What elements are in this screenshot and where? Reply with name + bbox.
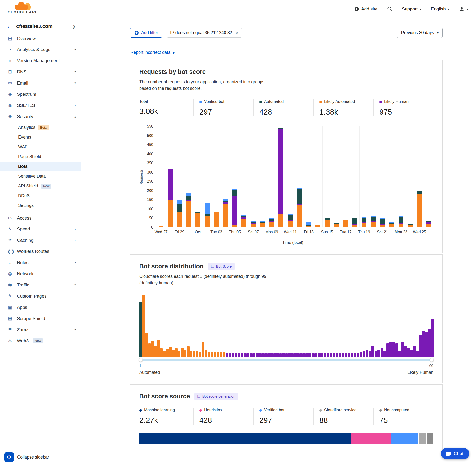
hist-bar-score-65[interactable] — [330, 353, 332, 357]
stat-label[interactable]: Cloudflare service — [324, 408, 357, 413]
hist-bar-score-82[interactable] — [381, 348, 383, 357]
sidebar-item-version-management[interactable]: ⋔Version Management — [0, 55, 81, 66]
report-incorrect-data-link[interactable]: Report incorrect data ▶ — [130, 50, 175, 55]
cloudflare-logo[interactable]: CLOUDFLARE — [8, 4, 38, 14]
source-segment-not-computed[interactable] — [426, 433, 433, 444]
hist-bar-score-91[interactable] — [407, 348, 410, 357]
hist-bar-score-10[interactable] — [166, 349, 169, 357]
hist-bar-score-15[interactable] — [181, 348, 184, 357]
hist-bar-score-43[interactable] — [264, 353, 267, 357]
chart-bar-thu-28[interactable] — [166, 127, 175, 227]
hist-bar-score-13[interactable] — [175, 348, 178, 357]
stat-label[interactable]: Verified bot — [264, 408, 284, 413]
hist-bar-score-96[interactable] — [422, 331, 425, 357]
hist-bar-score-12[interactable] — [172, 350, 175, 357]
hist-bar-score-8[interactable] — [160, 348, 163, 357]
support-menu[interactable]: Support ▾ — [402, 6, 422, 12]
hist-bar-score-39[interactable] — [252, 353, 255, 357]
hist-bar-score-71[interactable] — [348, 353, 350, 357]
chart-bar-fri-06[interactable] — [239, 127, 248, 227]
chart-bar-tue-24[interactable] — [405, 127, 414, 227]
hist-bar-score-53[interactable] — [294, 353, 297, 357]
sidebar-item-overview[interactable]: ▤Overview — [0, 33, 81, 44]
time-range-select[interactable]: Previous 30 days ▾ — [397, 28, 443, 38]
hist-bar-score-56[interactable] — [303, 353, 306, 357]
hist-bar-score-58[interactable] — [309, 353, 312, 357]
hist-bar-score-61[interactable] — [318, 353, 320, 357]
hist-bar-score-33[interactable] — [234, 353, 237, 357]
hist-bar-score-44[interactable] — [267, 353, 270, 357]
hist-bar-score-87[interactable] — [395, 343, 398, 357]
slider-handle-min[interactable] — [139, 358, 143, 362]
account-menu[interactable]: ▾ — [459, 6, 468, 12]
sidebar-item-speed[interactable]: ϟSpeed▾ — [0, 223, 81, 234]
sidebar-item-dns[interactable]: ⊞DNS▾ — [0, 66, 81, 77]
chart-bar-wed-04[interactable] — [221, 127, 230, 227]
source-segment-verified-bot[interactable] — [391, 433, 418, 444]
hist-bar-score-68[interactable] — [339, 353, 341, 357]
hist-bar-score-86[interactable] — [392, 342, 395, 357]
stat-label[interactable]: Heuristics — [204, 408, 222, 413]
hist-bar-score-50[interactable] — [285, 353, 288, 357]
hist-bar-score-22[interactable] — [202, 342, 205, 357]
hist-bar-score-84[interactable] — [386, 343, 389, 357]
hist-bar-score-94[interactable] — [416, 351, 419, 357]
hist-bar-score-2[interactable] — [142, 295, 145, 357]
sidebar-item-traffic[interactable]: ⇆Traffic▾ — [0, 279, 81, 290]
hist-bar-score-41[interactable] — [258, 353, 261, 357]
chart-bar-sun-22[interactable] — [387, 127, 396, 227]
sidebar-item-custom-pages[interactable]: ✎Custom Pages — [0, 290, 81, 302]
hist-bar-score-64[interactable] — [327, 353, 329, 357]
chart-bar-mon-23[interactable]: Mon 23 — [396, 127, 405, 227]
add-filter-button[interactable]: Add filter — [130, 28, 162, 38]
filter-chip[interactable]: IP does not equal 35.212.240.32 ✕ — [167, 28, 242, 38]
chart-bar-fri-20[interactable] — [369, 127, 378, 227]
chart-bar-sat-07[interactable]: Sat 07 — [249, 127, 258, 227]
hist-bar-score-95[interactable] — [419, 335, 422, 357]
hist-bar-score-11[interactable] — [169, 347, 172, 357]
chart-bar-mon-16[interactable] — [332, 127, 341, 227]
sidebar-item-caching[interactable]: ≋Caching▾ — [0, 234, 81, 246]
hist-bar-score-69[interactable] — [342, 353, 344, 357]
sidebar-item-waf[interactable]: WAF — [0, 142, 81, 152]
hist-bar-score-55[interactable] — [300, 353, 303, 357]
remove-filter-icon[interactable]: ✕ — [235, 31, 239, 35]
sidebar-item-rules[interactable]: ∴Rules▾ — [0, 257, 81, 268]
sidebar-item-zaraz[interactable]: ≣Zaraz▾ — [0, 324, 81, 335]
chart-bar-fri-13[interactable]: Fri 13 — [304, 127, 313, 227]
chart-bar-mon-02[interactable] — [202, 127, 212, 227]
add-site-button[interactable]: Add site — [354, 6, 378, 12]
chart-bar-sun-15[interactable]: Sun 15 — [322, 127, 332, 227]
sidebar-item-ddos[interactable]: DDoS — [0, 191, 81, 201]
hist-bar-score-67[interactable] — [336, 353, 338, 357]
hist-bar-score-73[interactable] — [354, 353, 356, 357]
hist-bar-score-34[interactable] — [238, 353, 240, 357]
chart-bar-tue-03[interactable]: Tue 03 — [212, 127, 221, 227]
hist-bar-score-21[interactable] — [199, 352, 201, 357]
sidebar-item-web3[interactable]: ✻Web3New — [0, 335, 81, 346]
hist-bar-score-92[interactable] — [410, 350, 413, 357]
hist-bar-score-32[interactable] — [232, 353, 234, 357]
stat-label[interactable]: Verified bot — [204, 99, 224, 105]
hist-bar-score-6[interactable] — [154, 346, 157, 357]
chart-bar-wed-11[interactable]: Wed 11 — [286, 127, 295, 227]
hist-bar-score-5[interactable] — [151, 341, 154, 357]
search-button[interactable] — [387, 6, 392, 12]
hist-bar-score-9[interactable] — [163, 351, 166, 357]
chart-bar-mon-09[interactable]: Mon 09 — [267, 127, 276, 227]
hist-bar-score-78[interactable] — [369, 351, 371, 357]
back-arrow-icon[interactable]: ← — [7, 23, 12, 30]
hist-bar-score-16[interactable] — [184, 350, 187, 357]
hist-bar-score-24[interactable] — [208, 352, 211, 357]
sidebar-item-settings[interactable]: Settings — [0, 201, 81, 211]
hist-bar-score-77[interactable] — [366, 350, 368, 357]
hist-bar-score-4[interactable] — [148, 343, 151, 357]
hist-bar-score-23[interactable] — [205, 350, 207, 357]
sidebar-item-workers-routes[interactable]: ❮❯Workers Routes — [0, 246, 81, 257]
hist-bar-score-76[interactable] — [363, 351, 365, 357]
source-segment-machine-learning[interactable] — [139, 433, 351, 444]
hist-bar-score-40[interactable] — [255, 353, 258, 357]
hist-bar-score-79[interactable] — [371, 346, 374, 357]
hist-bar-score-59[interactable] — [312, 353, 315, 357]
chart-bar-sat-30[interactable] — [184, 127, 193, 227]
